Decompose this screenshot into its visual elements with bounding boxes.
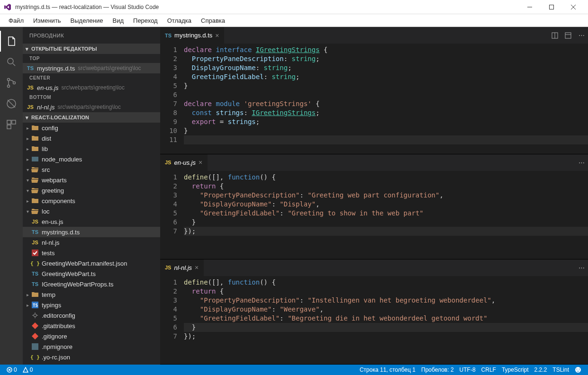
editor-group-label: BOTTOM <box>23 93 160 102</box>
menu-файл[interactable]: Файл <box>4 15 28 26</box>
tree-item[interactable]: ▸components <box>23 196 160 206</box>
minimize-button[interactable] <box>519 0 541 14</box>
close-icon[interactable]: × <box>199 159 202 166</box>
tree-item[interactable]: ▸TStypings <box>23 300 160 310</box>
code-mid[interactable]: 1234567define([], function() { return { … <box>160 171 588 259</box>
code-line[interactable]: return { <box>184 182 588 191</box>
code-line[interactable] <box>184 135 588 144</box>
code-line[interactable]: define([], function() { <box>184 173 588 182</box>
tree-item[interactable]: ▸config <box>23 123 160 133</box>
tree-item[interactable]: { }.yo-rc.json <box>23 352 160 362</box>
open-editor-item[interactable]: TSmystrings.d.tssrc\webparts\greeting\lo… <box>23 63 160 73</box>
code-line[interactable]: return { <box>184 287 588 296</box>
menu-переход[interactable]: Переход <box>128 15 163 26</box>
code-line[interactable]: "PropertyPaneDescription": "Instellingen… <box>184 296 588 305</box>
tree-item[interactable]: ▸temp <box>23 289 160 300</box>
tree-item[interactable]: .gitattributes <box>23 321 160 331</box>
tree-item[interactable]: ▸lib <box>23 143 160 154</box>
tree-item[interactable]: TSmystrings.d.ts <box>23 227 160 237</box>
editor-tab[interactable]: JSnl-nl.js× <box>160 259 204 276</box>
more-icon[interactable]: ⋯ <box>575 259 588 276</box>
svg-rect-9 <box>32 157 38 161</box>
status-errors[interactable]: 0 <box>4 366 20 373</box>
tree-item[interactable]: ▸node_modules <box>23 154 160 164</box>
code-line[interactable]: "GreetingFieldLabel": "Greeting to show … <box>184 209 588 218</box>
code-line[interactable]: } <box>184 218 588 227</box>
code-line[interactable]: const strings: IGreetingStrings; <box>184 108 588 117</box>
tree-item[interactable]: ▸dist <box>23 133 160 143</box>
menu-изменить[interactable]: Изменить <box>28 15 66 26</box>
code-line[interactable]: } <box>184 323 588 332</box>
menu-выделение[interactable]: Выделение <box>66 15 108 26</box>
editor-tab[interactable]: TSmystrings.d.ts× <box>160 27 224 44</box>
search-icon[interactable] <box>0 52 23 72</box>
code-line[interactable] <box>184 90 588 99</box>
status-lang[interactable]: TypeScript <box>499 366 532 373</box>
code-line[interactable]: "DisplayGroupName": "Weergave", <box>184 305 588 314</box>
code-bot[interactable]: 1234567define([], function() { return { … <box>160 276 588 364</box>
file-name: .editorconfig <box>42 312 75 319</box>
tree-item[interactable]: ▾loc <box>23 206 160 216</box>
close-button[interactable] <box>562 0 584 14</box>
code-line[interactable]: declare module 'greetingStrings' { <box>184 99 588 108</box>
code-line[interactable]: PropertyPaneDescription: string; <box>184 54 588 63</box>
menu-справка[interactable]: Справка <box>196 15 230 26</box>
status-spaces[interactable]: Пробелов: 2 <box>418 366 457 373</box>
tree-item[interactable]: ▾webparts <box>23 175 160 185</box>
tree-item[interactable]: { }GreetingWebPart.manifest.json <box>23 258 160 268</box>
tree-item[interactable]: JSen-us.js <box>23 216 160 227</box>
open-editor-item[interactable]: JSen-us.jssrc\webparts\greeting\loc <box>23 82 160 93</box>
status-feedback-icon[interactable] <box>572 366 584 373</box>
code-line[interactable]: declare interface IGreetingStrings { <box>184 45 588 54</box>
tree-item[interactable]: TSGreetingWebPart.ts <box>23 268 160 279</box>
tree-item[interactable]: tests <box>23 248 160 258</box>
tree-item[interactable]: ▾src <box>23 164 160 175</box>
code-line[interactable]: define([], function() { <box>184 278 588 287</box>
code-line[interactable]: "PropertyPaneDescription": "Greeting web… <box>184 191 588 200</box>
explorer-icon[interactable] <box>0 31 23 52</box>
editor-tab[interactable]: JSen-us.js× <box>160 154 208 171</box>
tree-item[interactable]: TSIGreetingWebPartProps.ts <box>23 279 160 289</box>
more-icon[interactable]: ⋯ <box>575 27 588 44</box>
extensions-icon[interactable] <box>0 114 23 135</box>
open-editors-header[interactable]: ▾ОТКРЫТЫЕ РЕДАКТОРЫ <box>23 44 160 54</box>
scm-icon[interactable] <box>0 72 23 93</box>
close-icon[interactable]: × <box>195 264 199 271</box>
status-ver[interactable]: 2.2.2 <box>532 366 550 373</box>
tree-item[interactable]: ▾greeting <box>23 185 160 196</box>
file-icon: TS <box>31 228 39 236</box>
code-line[interactable]: } <box>184 81 588 90</box>
code-line[interactable]: "DisplayGroupName": "Display", <box>184 200 588 209</box>
code-top[interactable]: 1234567891011declare interface IGreeting… <box>160 44 588 154</box>
tree-item[interactable]: JSnl-nl.js <box>23 237 160 248</box>
debug-icon[interactable] <box>0 93 23 114</box>
tree-item[interactable]: .editorconfig <box>23 310 160 321</box>
file-name: lib <box>42 145 48 152</box>
code-line[interactable]: export = strings; <box>184 117 588 126</box>
close-icon[interactable]: × <box>215 32 219 39</box>
window-title: mystrings.d.ts — react-localization — Vi… <box>15 4 159 10</box>
open-editor-item[interactable]: JSnl-nl.jssrc\webparts\greeting\loc <box>23 102 160 112</box>
project-header[interactable]: ▾REACT-LOCALIZATION <box>23 112 160 123</box>
menu-отладка[interactable]: Отладка <box>163 15 196 26</box>
code-line[interactable]: DisplayGroupName: string; <box>184 63 588 72</box>
tree-item[interactable]: .npmignore <box>23 341 160 352</box>
code-line[interactable]: } <box>184 126 588 135</box>
status-lint[interactable]: TSLint <box>550 366 572 373</box>
code-line[interactable]: "GreetingFieldLabel": "Begroeting die in… <box>184 314 588 323</box>
svg-text:TS: TS <box>33 303 38 308</box>
tree-item[interactable]: .gitignore <box>23 331 160 341</box>
status-cursor[interactable]: Строка 11, столбец 1 <box>357 366 418 373</box>
split-icon[interactable] <box>548 27 561 44</box>
code-line[interactable]: GreetingFieldLabel: string; <box>184 72 588 81</box>
code-line[interactable]: }); <box>184 227 588 236</box>
status-warnings[interactable]: 0 <box>20 366 36 373</box>
status-encoding[interactable]: UTF-8 <box>457 366 479 373</box>
layout-icon[interactable] <box>561 27 575 44</box>
status-eol[interactable]: CRLF <box>479 366 499 373</box>
menu-вид[interactable]: Вид <box>108 15 129 26</box>
maximize-button[interactable] <box>541 0 562 14</box>
more-icon[interactable]: ⋯ <box>575 154 588 171</box>
code-line[interactable]: }); <box>184 332 588 341</box>
file-name: GreetingWebPart.manifest.json <box>42 260 127 267</box>
